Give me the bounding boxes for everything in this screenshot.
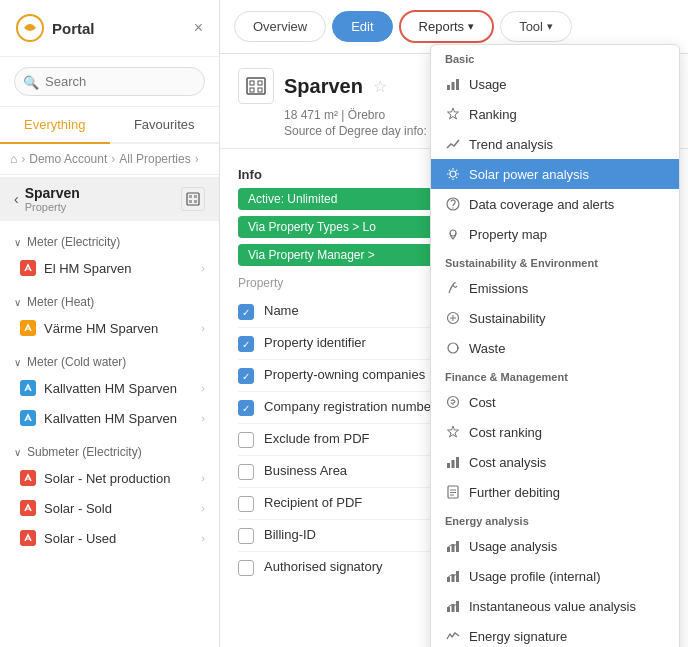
tab-everything[interactable]: Everything: [0, 107, 110, 144]
dropdown-item-cost[interactable]: Cost: [431, 387, 679, 417]
overview-button[interactable]: Overview: [234, 11, 326, 42]
dropdown-item-usage-profile[interactable]: Usage profile (internal): [431, 561, 679, 591]
dropdown-item-cost-ranking[interactable]: Cost ranking: [431, 417, 679, 447]
usage-profile-icon: [445, 568, 461, 584]
svg-rect-2: [189, 195, 192, 198]
group-title-heat[interactable]: ∨ Meter (Heat): [0, 287, 219, 313]
dropdown-item-usage[interactable]: Usage: [431, 69, 679, 99]
dropdown-item-ranking[interactable]: Ranking: [431, 99, 679, 129]
field-label-property-owning: Property-owning companies: [264, 367, 425, 382]
dropdown-item-waste[interactable]: Waste: [431, 333, 679, 363]
edit-button[interactable]: Edit: [332, 11, 392, 42]
dropdown-item-further-debiting[interactable]: Further debiting: [431, 477, 679, 507]
dropdown-item-label: Property map: [469, 227, 547, 242]
breadcrumb-properties[interactable]: All Properties: [119, 152, 190, 166]
dropdown-item-data-coverage[interactable]: Data coverage and alerts: [431, 189, 679, 219]
tool-button[interactable]: Tool ▾: [500, 11, 572, 42]
list-item[interactable]: Värme HM Sparven ›: [0, 313, 219, 343]
reports-dropdown: Basic Usage Ranking: [430, 44, 680, 647]
emissions-icon: [445, 280, 461, 296]
dropdown-item-usage-analysis[interactable]: Usage analysis: [431, 531, 679, 561]
chevron-right-icon: ›: [201, 412, 205, 424]
checkbox-name[interactable]: [238, 304, 254, 320]
current-item-name: Sparven: [25, 185, 80, 201]
search-input[interactable]: [14, 67, 205, 96]
close-icon[interactable]: ×: [194, 19, 203, 37]
svg-line-28: [456, 170, 457, 171]
dropdown-item-trend[interactable]: Trend analysis: [431, 129, 679, 159]
section-header-sustainability: Sustainability & Environment: [431, 249, 679, 273]
dropdown-item-label: Usage analysis: [469, 539, 557, 554]
app-title: Portal: [52, 20, 95, 37]
breadcrumb: ⌂ › Demo Account › All Properties ›: [0, 144, 219, 175]
group-meter-electricity: ∨ Meter (Electricity) El HM Sparven ›: [0, 227, 219, 283]
svg-line-29: [449, 177, 450, 178]
list-item[interactable]: El HM Sparven ›: [0, 253, 219, 283]
checkbox-business-area[interactable]: [238, 464, 254, 480]
meter-icon: [20, 500, 36, 516]
dropdown-item-label: Cost ranking: [469, 425, 542, 440]
chevron-down-icon: ∨: [14, 357, 21, 368]
back-chevron[interactable]: ‹: [14, 191, 19, 207]
dropdown-item-solar[interactable]: Solar power analysis: [431, 159, 679, 189]
dropdown-item-energy-signature[interactable]: Energy signature: [431, 621, 679, 647]
dropdown-item-label: Trend analysis: [469, 137, 553, 152]
section-header-basic: Basic: [431, 45, 679, 69]
app-logo: Portal: [16, 14, 95, 42]
group-title-electricity[interactable]: ∨ Meter (Electricity): [0, 227, 219, 253]
dropdown-item-instantaneous[interactable]: Instantaneous value analysis: [431, 591, 679, 621]
building-icon: [181, 187, 205, 211]
checkbox-authorised-signatory[interactable]: [238, 560, 254, 576]
svg-rect-19: [452, 82, 455, 90]
star-icon[interactable]: ☆: [373, 77, 387, 96]
list-item[interactable]: Kallvatten HM Sparven ›: [0, 373, 219, 403]
meter-icon: [20, 530, 36, 546]
group-title-submeter[interactable]: ∨ Submeter (Electricity): [0, 437, 219, 463]
breadcrumb-account[interactable]: Demo Account: [29, 152, 107, 166]
reports-button[interactable]: Reports ▾: [399, 10, 495, 43]
dropdown-item-emissions[interactable]: Emissions: [431, 273, 679, 303]
dropdown-item-label: Waste: [469, 341, 505, 356]
dropdown-item-label: Cost analysis: [469, 455, 546, 470]
property-name: Sparven: [284, 75, 363, 98]
search-section: 🔍: [0, 57, 219, 107]
section-header-finance: Finance & Management: [431, 363, 679, 387]
list-item[interactable]: Kallvatten HM Sparven ›: [0, 403, 219, 433]
dropdown-item-label: Further debiting: [469, 485, 560, 500]
checkbox-property-owning[interactable]: [238, 368, 254, 384]
checkbox-recipient-pdf[interactable]: [238, 496, 254, 512]
svg-rect-36: [447, 463, 450, 468]
dropdown-item-property-map[interactable]: Property map: [431, 219, 679, 249]
list-item[interactable]: Solar - Sold ›: [0, 493, 219, 523]
back-icon[interactable]: ⌂: [10, 152, 17, 166]
further-debiting-icon: [445, 484, 461, 500]
checkbox-company-reg[interactable]: [238, 400, 254, 416]
property-building-icon: [238, 68, 274, 104]
field-label-business-area: Business Area: [264, 463, 347, 478]
svg-line-27: [456, 177, 457, 178]
svg-rect-15: [258, 81, 262, 85]
dropdown-item-label: Ranking: [469, 107, 517, 122]
field-label-property-identifier: Property identifier: [264, 335, 366, 350]
group-title-cold-water[interactable]: ∨ Meter (Cold water): [0, 347, 219, 373]
chevron-right-icon: ›: [201, 472, 205, 484]
list-item[interactable]: Solar - Used ›: [0, 523, 219, 553]
dropdown-item-sustainability[interactable]: Sustainability: [431, 303, 679, 333]
svg-point-21: [450, 171, 456, 177]
energy-signature-icon: [445, 628, 461, 644]
dropdown-item-label: Solar power analysis: [469, 167, 589, 182]
meter-icon: [20, 260, 36, 276]
dropdown-item-cost-analysis[interactable]: Cost analysis: [431, 447, 679, 477]
field-label-billing-id: Billing-ID: [264, 527, 316, 542]
dropdown-item-label: Cost: [469, 395, 496, 410]
sidebar-menu: ∨ Meter (Electricity) El HM Sparven › ∨ …: [0, 223, 219, 647]
trend-icon: [445, 136, 461, 152]
ranking-icon: [445, 106, 461, 122]
checkbox-property-identifier[interactable]: [238, 336, 254, 352]
chevron-right-icon: ›: [201, 322, 205, 334]
checkbox-billing-id[interactable]: [238, 528, 254, 544]
tab-favourites[interactable]: Favourites: [110, 107, 220, 144]
list-item[interactable]: Solar - Net production ›: [0, 463, 219, 493]
svg-rect-1: [187, 193, 199, 205]
checkbox-exclude-pdf[interactable]: [238, 432, 254, 448]
